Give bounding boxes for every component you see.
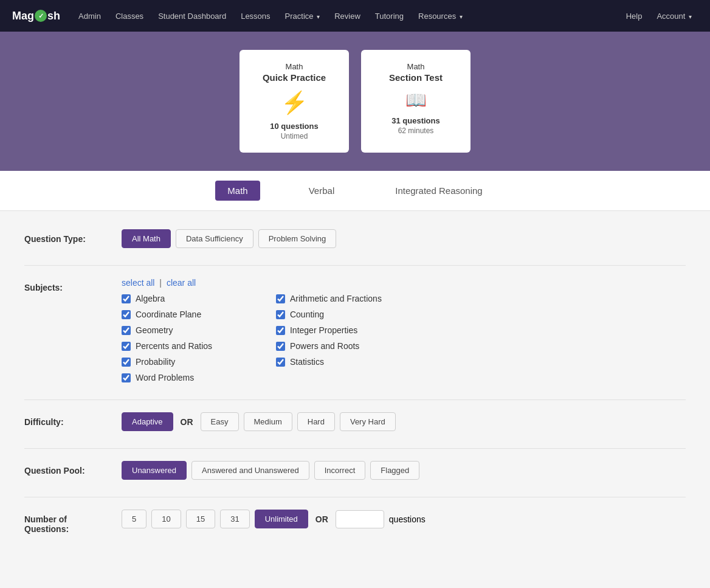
label-probability: Probability <box>136 357 175 367</box>
tab-verbal[interactable]: Verbal <box>297 181 347 201</box>
btn-data-sufficiency[interactable]: Data Sufficiency <box>176 229 253 248</box>
num-questions-input[interactable] <box>336 510 384 528</box>
subject-algebra: Algebra <box>122 294 227 303</box>
nav-admin[interactable]: Admin <box>72 8 107 24</box>
btn-very-hard[interactable]: Very Hard <box>340 412 396 431</box>
label-coordinate-plane: Coordinate Plane <box>136 310 201 319</box>
subjects-label: Subjects: <box>24 278 109 292</box>
nav-student-dashboard[interactable]: Student Dashboard <box>152 8 232 24</box>
nav-review[interactable]: Review <box>328 8 367 24</box>
subject-powers-roots: Powers and Roots <box>276 341 382 351</box>
label-counting: Counting <box>290 310 324 319</box>
questions-suffix: questions <box>389 514 426 524</box>
main-content: Question Type: All Math Data Sufficiency… <box>0 211 710 569</box>
quick-practice-title: Math <box>258 62 331 71</box>
btn-hard[interactable]: Hard <box>297 412 335 431</box>
subjects-grid: Algebra Arithmetic and Fractions Coordin… <box>122 294 382 382</box>
subject-counting: Counting <box>276 310 382 319</box>
divider-1 <box>24 265 686 266</box>
btn-15[interactable]: 15 <box>186 510 215 528</box>
checkbox-arithmetic-fractions[interactable] <box>276 294 285 303</box>
brand-m: Mag <box>12 10 34 22</box>
tab-integrated-reasoning[interactable]: Integrated Reasoning <box>383 181 494 201</box>
checkbox-powers-roots[interactable] <box>276 342 285 351</box>
label-statistics: Statistics <box>290 357 324 367</box>
subject-integer-properties: Integer Properties <box>276 325 382 335</box>
label-arithmetic-fractions: Arithmetic and Fractions <box>290 294 382 303</box>
brand-rest: sh <box>47 10 60 22</box>
question-pool-row: Question Pool: Unanswered Answered and U… <box>24 461 686 480</box>
btn-31[interactable]: 31 <box>220 510 249 528</box>
btn-medium[interactable]: Medium <box>244 412 292 431</box>
question-type-label: Question Type: <box>24 229 109 244</box>
nav-classes[interactable]: Classes <box>109 8 150 24</box>
section-test-subtitle: Section Test <box>379 72 452 83</box>
navbar-right: Help Account ▾ <box>620 8 698 24</box>
btn-5[interactable]: 5 <box>122 510 146 528</box>
quick-practice-card[interactable]: Math Quick Practice ⚡ 10 questions Untim… <box>240 50 349 153</box>
quick-practice-subtitle: Quick Practice <box>258 72 331 83</box>
label-word-problems: Word Problems <box>136 373 194 382</box>
nav-tutoring[interactable]: Tutoring <box>369 8 410 24</box>
nav-account[interactable]: Account ▾ <box>650 8 698 24</box>
divider-3 <box>24 448 686 449</box>
tab-math[interactable]: Math <box>215 181 260 201</box>
nav-help[interactable]: Help <box>620 8 649 24</box>
subject-statistics: Statistics <box>276 357 382 367</box>
btn-problem-solving[interactable]: Problem Solving <box>258 229 337 248</box>
nav-practice[interactable]: Practice ▾ <box>279 8 326 24</box>
checkbox-word-problems[interactable] <box>122 373 131 382</box>
subject-word-problems: Word Problems <box>122 373 227 382</box>
num-questions-row: Number of Questions: 5 10 15 31 Unlimite… <box>24 510 686 534</box>
label-integer-properties: Integer Properties <box>290 325 357 335</box>
checkbox-statistics[interactable] <box>276 358 285 367</box>
btn-incorrect[interactable]: Incorrect <box>314 461 366 480</box>
difficulty-label: Difficulty: <box>24 412 109 427</box>
btn-all-math[interactable]: All Math <box>122 229 171 248</box>
question-pool-label: Question Pool: <box>24 461 109 476</box>
checkbox-algebra[interactable] <box>122 294 131 303</box>
num-questions-controls: 5 10 15 31 Unlimited OR questions <box>122 510 426 528</box>
navbar: Mag ✓ sh Admin Classes Student Dashboard… <box>0 0 710 32</box>
btn-adaptive[interactable]: Adaptive <box>122 412 173 431</box>
subjects-row: Subjects: select all | clear all Algebra… <box>24 278 686 382</box>
section-test-card[interactable]: Math Section Test 📖 31 questions 62 minu… <box>361 50 470 153</box>
num-questions-or-text: OR <box>313 514 331 524</box>
checkbox-percents-ratios[interactable] <box>122 342 131 351</box>
checkbox-coordinate-plane[interactable] <box>122 310 131 319</box>
subject-probability: Probability <box>122 357 227 367</box>
brand-checkmark-icon: ✓ <box>35 10 47 22</box>
select-all-link[interactable]: select all <box>122 278 154 288</box>
difficulty-or-text: OR <box>178 417 196 427</box>
nav-lessons[interactable]: Lessons <box>235 8 276 24</box>
checkbox-integer-properties[interactable] <box>276 326 285 335</box>
section-test-title: Math <box>379 62 452 71</box>
divider-2 <box>24 399 686 400</box>
num-questions-label: Number of Questions: <box>24 510 109 534</box>
nav-resources[interactable]: Resources ▾ <box>412 8 469 24</box>
section-test-time: 62 minutes <box>379 126 452 135</box>
clear-all-link[interactable]: clear all <box>167 278 196 288</box>
checkbox-probability[interactable] <box>122 358 131 367</box>
brand-logo[interactable]: Mag ✓ sh <box>12 10 60 22</box>
quick-practice-questions: 10 questions <box>258 122 331 131</box>
subject-coordinate-plane: Coordinate Plane <box>122 310 227 319</box>
btn-10[interactable]: 10 <box>151 510 181 528</box>
resources-dropdown-icon: ▾ <box>460 13 463 20</box>
subject-percents-ratios: Percents and Ratios <box>122 341 227 351</box>
account-dropdown-icon: ▾ <box>689 13 692 20</box>
checkbox-geometry[interactable] <box>122 326 131 335</box>
btn-unlimited[interactable]: Unlimited <box>255 510 308 528</box>
question-type-row: Question Type: All Math Data Sufficiency… <box>24 229 686 248</box>
book-icon: 📖 <box>379 90 452 110</box>
checkbox-counting[interactable] <box>276 310 285 319</box>
hero-section: Math Quick Practice ⚡ 10 questions Untim… <box>0 32 710 171</box>
difficulty-controls: Adaptive OR Easy Medium Hard Very Hard <box>122 412 396 431</box>
btn-easy[interactable]: Easy <box>201 412 239 431</box>
subject-tabs: Math Verbal Integrated Reasoning <box>0 171 710 211</box>
divider-4 <box>24 497 686 497</box>
btn-flagged[interactable]: Flagged <box>370 461 419 480</box>
btn-unanswered[interactable]: Unanswered <box>122 461 187 480</box>
subject-geometry: Geometry <box>122 325 227 335</box>
btn-answered-unanswered[interactable]: Answered and Unanswered <box>191 461 309 480</box>
